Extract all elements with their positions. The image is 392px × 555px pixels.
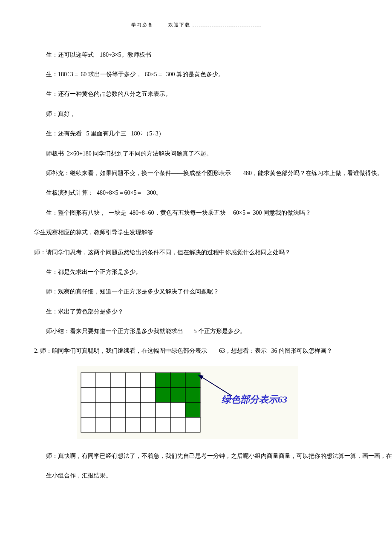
paragraph-17: 师：真快啊，有同学已经有想法了，不着急，我们先自己思考一分钟，之后呢小组内商量商… — [34, 451, 358, 461]
paragraph-18: 生小组合作，汇报结果。 — [34, 471, 358, 480]
grid-cell — [170, 373, 185, 388]
paragraph-6: 师板书 2×60+180 同学们想到了不同的方法解决问题真了不起。 — [34, 149, 358, 158]
grid-cell — [96, 373, 111, 388]
header-right-text: 欢迎下载 — [168, 21, 190, 29]
paragraph-1: 生：还可以递等式 180÷3×5。教师板书 — [34, 50, 358, 60]
paragraph-3: 生：还有一种黄色的占总数的八分之五来表示。 — [34, 89, 358, 99]
grid-cell — [141, 403, 156, 417]
grid-cell — [156, 388, 170, 403]
paragraph-9: 生：整个图形有八块， 一块是 480÷8=60，黄色有五块每一块乘五块 60×5… — [34, 208, 358, 218]
paragraph-15: 师小结：看来只要知道一个正方形是多少我就能求出 5 个正方形是多少。 — [34, 327, 358, 336]
grid-cell — [126, 373, 141, 388]
grid-cell — [185, 403, 200, 417]
grid-cell — [96, 388, 111, 403]
chart-label-text: 绿色部分表示63 — [222, 394, 287, 405]
grid-cell — [96, 417, 111, 432]
paragraph-7: 师补充：继续来看，如果问题不变，换一个条件——换成整个图形表示 480，能求黄色… — [34, 169, 358, 178]
paragraph-5: 生：还有先看 5 里面有几个三 180÷（5÷3） — [34, 129, 358, 138]
grid-cell — [156, 417, 170, 432]
grid-cell — [156, 373, 170, 388]
grid-cell — [81, 417, 96, 432]
paragraph-10: 学生观察相应的算式，教师引导学生发现解答 — [34, 228, 358, 237]
paragraph-16: 2. 师：咱同学们可真聪明，我们继续看，在这幅图中绿色部分表示 63，想想看：表… — [34, 346, 358, 356]
grid-cell — [185, 388, 200, 403]
paragraph-13: 师：观察的真仔细，知道一个正方形是多少又解决了什么问题呢？ — [34, 287, 358, 296]
header-underline — [193, 26, 261, 26]
grid-cell — [81, 388, 96, 403]
page-header: 学习必备 欢迎下载 — [34, 21, 358, 29]
grid-cells-group — [81, 373, 200, 432]
grid-cell — [126, 403, 141, 417]
grid-cell — [126, 388, 141, 403]
grid-cell — [170, 417, 185, 432]
grid-chart: 绿色部分表示63 — [77, 366, 358, 439]
grid-cell — [81, 373, 96, 388]
grid-cell — [141, 388, 156, 403]
paragraph-11: 师：请同学们思考，这两个问题虽然给出的条件不同，但在解决的过程中你感觉什么相同之… — [34, 248, 358, 257]
grid-cell — [156, 403, 170, 417]
paragraph-14: 生：求出了黄色部分是多少？ — [34, 307, 358, 316]
grid-cell — [96, 403, 111, 417]
grid-cell — [185, 417, 200, 432]
grid-cell — [111, 417, 126, 432]
header-left-text: 学习必备 — [131, 21, 153, 29]
paragraph-8: 生板演列式计算： 480÷8×5＝60×5＝ 300。 — [34, 188, 358, 198]
paragraph-4: 师：真好， — [34, 109, 358, 119]
grid-cell — [141, 373, 156, 388]
grid-cell — [126, 417, 141, 432]
grid-cell — [170, 403, 185, 417]
grid-cell — [111, 388, 126, 403]
grid-cell — [170, 388, 185, 403]
grid-cell — [81, 403, 96, 417]
grid-cell — [185, 373, 200, 388]
grid-cell — [111, 373, 126, 388]
paragraph-12: 生：都是先求出一个正方形是多少。 — [34, 267, 358, 277]
grid-cell — [111, 403, 126, 417]
paragraph-2: 生：180÷3＝ 60 求出一份等于多少， 60×5＝ 300 算的是黄色多少。 — [34, 70, 358, 79]
grid-svg: 绿色部分表示63 — [77, 366, 298, 439]
grid-cell — [141, 417, 156, 432]
